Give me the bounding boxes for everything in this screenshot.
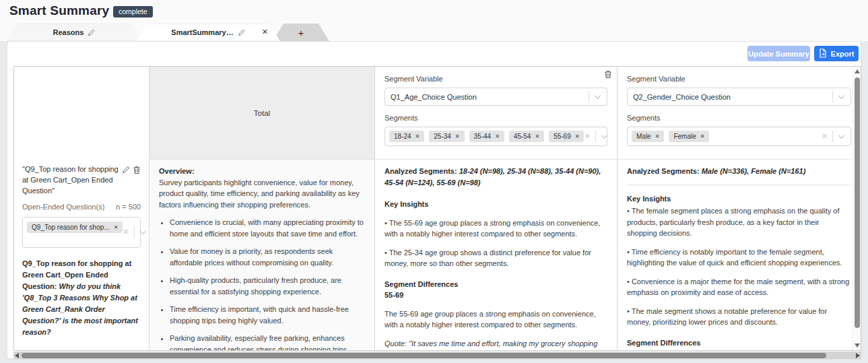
segment-variable-value: Q2_Gender_Choice Question	[633, 93, 832, 101]
divider	[627, 185, 851, 185]
scroll-down-icon[interactable]	[855, 343, 860, 348]
segment-variable-value: Q1_Age_Choice Question	[391, 93, 589, 101]
segment-summary-age: Analyzed Segments: 18-24 (N=98), 25-34 (…	[375, 160, 617, 351]
total-overview: Overview: Survey participants highlight …	[149, 160, 374, 351]
overview-text: Survey participants highlight convenienc…	[159, 177, 365, 211]
chip-remove-icon[interactable]: ✕	[114, 224, 119, 230]
segments-multiselect[interactable]: Male✕ Female✕ ✕	[627, 127, 851, 146]
segments-multiselect[interactable]: 18-24✕ 25-34✕ 35-44✕ 45-54✕ 55-69✕ ✕	[385, 127, 607, 146]
tab-smartsummary-label: SmartSummary…	[171, 28, 233, 36]
segment-variable-label: Segment Variable	[385, 75, 607, 83]
chip-remove-icon[interactable]: ✕	[535, 133, 539, 139]
scroll-right-icon[interactable]	[856, 353, 860, 358]
insight-item: The 25-34 age group shows a distinct pre…	[385, 247, 607, 269]
export-label: Export	[831, 50, 855, 58]
update-summary-button[interactable]: Update Summary	[747, 46, 810, 61]
tab-reasons-label: Reasons	[53, 28, 84, 36]
overview-title: Overview:	[159, 166, 365, 177]
horizontal-scrollbar[interactable]	[13, 352, 861, 359]
segment-variable-label: Segment Variable	[627, 75, 851, 83]
status-badge: complete	[113, 6, 153, 18]
segment-chip[interactable]: 45-54✕	[509, 131, 544, 142]
close-icon[interactable]: ✕	[262, 28, 268, 36]
question-full-text: Q9_Top reason for shopping at Green Cart…	[22, 258, 141, 338]
insight-item: The male segment shows a notable prefere…	[627, 306, 851, 328]
edit-icon[interactable]	[122, 166, 130, 197]
segment-summary-gender: Analyzed Segments: Male (N=336), Female …	[617, 160, 861, 351]
analyzed-segments-label: Analyzed Segments:	[385, 167, 457, 175]
chevron-down-icon[interactable]	[594, 93, 601, 101]
bullet-item: Value for money is a priority, as respon…	[170, 246, 365, 268]
segment-chip[interactable]: Female✕	[669, 131, 709, 142]
section-quote: Quote: "It saves me time and effort, mak…	[385, 338, 607, 352]
clear-icon[interactable]: ✕	[123, 228, 129, 236]
export-file-icon	[819, 48, 827, 59]
chip-remove-icon[interactable]: ✕	[415, 133, 420, 139]
sample-size: n = 500	[116, 203, 141, 211]
scroll-left-icon[interactable]	[15, 353, 19, 358]
edit-icon[interactable]	[238, 29, 245, 36]
tab-reasons[interactable]: Reasons	[7, 24, 141, 41]
question-chip-label: Q9_Top reason for shop...	[32, 224, 110, 231]
question-chip[interactable]: Q9_Top reason for shop... ✕	[27, 222, 123, 233]
horizontal-scrollbar-thumb[interactable]	[22, 353, 826, 358]
scroll-up-icon[interactable]	[855, 69, 860, 73]
vertical-scrollbar[interactable]	[853, 67, 861, 350]
total-header: Total	[149, 67, 374, 160]
trash-icon[interactable]	[133, 166, 141, 197]
segment-variable-select[interactable]: Q1_Age_Choice Question	[385, 88, 607, 106]
chip-remove-icon[interactable]: ✕	[700, 133, 705, 139]
page-title: Smart Summary	[9, 3, 109, 18]
bullet-item: Time efficiency is important, with quick…	[170, 304, 365, 326]
tab-smartsummary[interactable]: SmartSummary… ✕	[136, 24, 280, 41]
chip-remove-icon[interactable]: ✕	[495, 133, 500, 139]
segment-chip[interactable]: 18-24✕	[389, 131, 424, 142]
summary-panel: Update Summary Export "Q9_Top reason for…	[7, 41, 861, 359]
question-multiselect[interactable]: Q9_Top reason for shop... ✕ ✕	[22, 217, 141, 248]
chip-remove-icon[interactable]: ✕	[575, 133, 580, 139]
chip-remove-icon[interactable]: ✕	[655, 133, 660, 139]
segment-chip[interactable]: Male✕	[632, 131, 664, 142]
overview-bullets: Convenience is crucial, with many apprec…	[162, 217, 365, 351]
edit-icon[interactable]	[88, 29, 95, 36]
segment-chip[interactable]: 25-34✕	[429, 131, 464, 142]
plus-icon: +	[298, 27, 304, 38]
chevron-down-icon[interactable]	[139, 228, 147, 236]
question-title: "Q9_Top reason for shopping at Green Car…	[22, 164, 119, 197]
export-button[interactable]: Export	[814, 46, 859, 61]
segment-column-gender: Segment Variable Q2_Gender_Choice Questi…	[617, 67, 861, 350]
segment-column-age: Segment Variable Q1_Age_Choice Question …	[375, 67, 617, 350]
key-insights-title: Key Insights	[385, 199, 607, 210]
segment-differences-title: Segment Differences	[627, 337, 851, 349]
chevron-down-icon[interactable]	[838, 133, 845, 141]
insight-item: Convenience is a major theme for the mal…	[627, 276, 851, 298]
analyzed-segments-label: Analyzed Segments:	[627, 167, 700, 175]
chevron-down-icon[interactable]	[838, 93, 845, 101]
bullet-item: High-quality products, particularly fres…	[170, 275, 365, 297]
vertical-scrollbar-thumb[interactable]	[855, 77, 860, 328]
clear-icon[interactable]: ✕	[584, 132, 590, 141]
segment-variable-select[interactable]: Q2_Gender_Choice Question	[627, 88, 851, 106]
analyzed-segments-value: Male (N=336), Female (N=161)	[702, 167, 806, 175]
chevron-down-icon[interactable]	[601, 133, 608, 141]
section-heading: Female	[627, 348, 851, 351]
summary-grid: "Q9_Top reason for shopping at Green Car…	[13, 66, 861, 351]
segment-chip[interactable]: 55-69✕	[549, 131, 584, 142]
bullet-item: Convenience is crucial, with many apprec…	[170, 217, 365, 239]
section-heading: 55-69	[385, 290, 607, 301]
chip-remove-icon[interactable]: ✕	[455, 133, 460, 139]
segments-label: Segments	[385, 114, 607, 122]
key-insights-title: Key Insights	[627, 193, 851, 205]
total-column: Total Overview: Survey participants high…	[149, 67, 375, 350]
segments-label: Segments	[627, 114, 851, 122]
question-type-label: Open-Ended Question(s)	[22, 203, 104, 211]
section-text: The 55-69 age group places a strong emph…	[385, 308, 607, 331]
trash-icon[interactable]	[604, 70, 612, 80]
question-column: "Q9_Top reason for shopping at Green Car…	[14, 67, 149, 350]
clear-icon[interactable]: ✕	[822, 132, 828, 141]
insight-item: Time efficiency is notably important to …	[627, 246, 851, 269]
segment-chip[interactable]: 35-44✕	[469, 131, 504, 142]
insight-item: The 55-69 age group places a strong emph…	[385, 218, 607, 240]
insight-item: The female segment places a strong empha…	[627, 205, 851, 239]
segment-differences-title: Segment Differences	[385, 279, 607, 290]
